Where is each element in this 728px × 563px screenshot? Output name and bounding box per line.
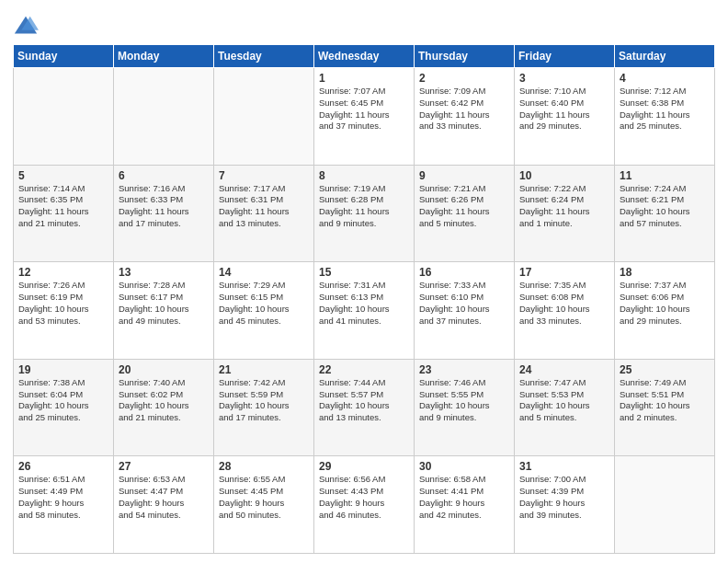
day-number: 31	[519, 460, 609, 473]
day-number: 1	[319, 72, 409, 85]
calendar-day-15: 15Sunrise: 7:31 AM Sunset: 6:13 PM Dayli…	[314, 262, 415, 360]
day-number: 10	[519, 169, 609, 182]
calendar-day-25: 25Sunrise: 7:49 AM Sunset: 5:51 PM Dayli…	[615, 359, 715, 456]
calendar-day-24: 24Sunrise: 7:47 AM Sunset: 5:53 PM Dayli…	[515, 359, 615, 456]
calendar-table: SundayMondayTuesdayWednesdayThursdayFrid…	[13, 44, 715, 554]
col-header-monday: Monday	[114, 45, 214, 68]
day-number: 24	[519, 363, 609, 376]
day-number: 15	[319, 266, 409, 279]
day-info: Sunrise: 7:42 AM Sunset: 5:59 PM Dayligh…	[219, 377, 309, 424]
calendar-day-3: 3Sunrise: 7:10 AM Sunset: 6:40 PM Daylig…	[515, 68, 615, 166]
day-info: Sunrise: 7:22 AM Sunset: 6:24 PM Dayligh…	[519, 183, 609, 230]
col-header-friday: Friday	[515, 45, 615, 68]
day-info: Sunrise: 7:29 AM Sunset: 6:15 PM Dayligh…	[219, 280, 309, 327]
calendar-day-26: 26Sunrise: 6:51 AM Sunset: 4:49 PM Dayli…	[14, 456, 114, 554]
calendar-day-9: 9Sunrise: 7:21 AM Sunset: 6:26 PM Daylig…	[415, 165, 515, 262]
col-header-saturday: Saturday	[615, 45, 715, 68]
day-info: Sunrise: 7:12 AM Sunset: 6:38 PM Dayligh…	[620, 86, 710, 132]
col-header-thursday: Thursday	[415, 45, 515, 68]
day-info: Sunrise: 7:10 AM Sunset: 6:40 PM Dayligh…	[519, 86, 609, 132]
day-number: 18	[620, 266, 710, 279]
day-number: 13	[119, 266, 209, 279]
day-info: Sunrise: 7:24 AM Sunset: 6:21 PM Dayligh…	[620, 183, 710, 230]
day-number: 16	[419, 266, 509, 279]
logo-icon	[13, 13, 39, 39]
calendar-header-row: SundayMondayTuesdayWednesdayThursdayFrid…	[14, 45, 715, 68]
calendar-day-2: 2Sunrise: 7:09 AM Sunset: 6:42 PM Daylig…	[415, 68, 515, 166]
calendar-day-8: 8Sunrise: 7:19 AM Sunset: 6:28 PM Daylig…	[314, 165, 415, 262]
calendar-day-21: 21Sunrise: 7:42 AM Sunset: 5:59 PM Dayli…	[214, 359, 314, 456]
day-number: 25	[620, 363, 710, 376]
day-number: 14	[219, 266, 309, 279]
calendar-week-row: 5Sunrise: 7:14 AM Sunset: 6:35 PM Daylig…	[14, 165, 715, 262]
logo	[13, 13, 42, 39]
calendar-empty-cell	[114, 68, 214, 166]
calendar-day-7: 7Sunrise: 7:17 AM Sunset: 6:31 PM Daylig…	[214, 165, 314, 262]
col-header-wednesday: Wednesday	[314, 45, 415, 68]
calendar-day-10: 10Sunrise: 7:22 AM Sunset: 6:24 PM Dayli…	[515, 165, 615, 262]
calendar-day-16: 16Sunrise: 7:33 AM Sunset: 6:10 PM Dayli…	[415, 262, 515, 360]
calendar-day-6: 6Sunrise: 7:16 AM Sunset: 6:33 PM Daylig…	[114, 165, 214, 262]
calendar-day-17: 17Sunrise: 7:35 AM Sunset: 6:08 PM Dayli…	[515, 262, 615, 360]
day-number: 30	[419, 460, 509, 473]
day-number: 23	[419, 363, 509, 376]
day-number: 4	[620, 72, 710, 85]
day-info: Sunrise: 6:55 AM Sunset: 4:45 PM Dayligh…	[219, 474, 309, 521]
calendar-day-11: 11Sunrise: 7:24 AM Sunset: 6:21 PM Dayli…	[615, 165, 715, 262]
calendar-day-20: 20Sunrise: 7:40 AM Sunset: 6:02 PM Dayli…	[114, 359, 214, 456]
calendar-day-1: 1Sunrise: 7:07 AM Sunset: 6:45 PM Daylig…	[314, 68, 415, 166]
day-number: 20	[119, 363, 209, 376]
day-info: Sunrise: 7:47 AM Sunset: 5:53 PM Dayligh…	[519, 377, 609, 424]
day-number: 7	[219, 169, 309, 182]
day-number: 12	[18, 266, 108, 279]
day-info: Sunrise: 7:07 AM Sunset: 6:45 PM Dayligh…	[319, 86, 409, 132]
day-number: 8	[319, 169, 409, 182]
calendar-empty-cell	[14, 68, 114, 166]
day-info: Sunrise: 6:58 AM Sunset: 4:41 PM Dayligh…	[419, 474, 509, 521]
day-number: 22	[319, 363, 409, 376]
day-number: 26	[18, 460, 108, 473]
day-info: Sunrise: 7:33 AM Sunset: 6:10 PM Dayligh…	[419, 280, 509, 327]
calendar-day-13: 13Sunrise: 7:28 AM Sunset: 6:17 PM Dayli…	[114, 262, 214, 360]
calendar-day-29: 29Sunrise: 6:56 AM Sunset: 4:43 PM Dayli…	[314, 456, 415, 554]
day-info: Sunrise: 7:26 AM Sunset: 6:19 PM Dayligh…	[18, 280, 108, 327]
day-number: 11	[620, 169, 710, 182]
calendar-empty-cell	[214, 68, 314, 166]
day-info: Sunrise: 7:21 AM Sunset: 6:26 PM Dayligh…	[419, 183, 509, 230]
day-info: Sunrise: 7:44 AM Sunset: 5:57 PM Dayligh…	[319, 377, 409, 424]
day-number: 29	[319, 460, 409, 473]
day-info: Sunrise: 6:51 AM Sunset: 4:49 PM Dayligh…	[18, 474, 108, 521]
day-number: 5	[18, 169, 108, 182]
day-number: 9	[419, 169, 509, 182]
day-info: Sunrise: 7:00 AM Sunset: 4:39 PM Dayligh…	[519, 474, 609, 521]
day-number: 28	[219, 460, 309, 473]
day-info: Sunrise: 6:56 AM Sunset: 4:43 PM Dayligh…	[319, 474, 409, 521]
day-info: Sunrise: 7:49 AM Sunset: 5:51 PM Dayligh…	[620, 377, 710, 424]
calendar-day-5: 5Sunrise: 7:14 AM Sunset: 6:35 PM Daylig…	[14, 165, 114, 262]
calendar-day-12: 12Sunrise: 7:26 AM Sunset: 6:19 PM Dayli…	[14, 262, 114, 360]
day-info: Sunrise: 7:40 AM Sunset: 6:02 PM Dayligh…	[119, 377, 209, 424]
day-number: 3	[519, 72, 609, 85]
day-info: Sunrise: 7:17 AM Sunset: 6:31 PM Dayligh…	[219, 183, 309, 230]
col-header-sunday: Sunday	[14, 45, 114, 68]
day-info: Sunrise: 7:16 AM Sunset: 6:33 PM Dayligh…	[119, 183, 209, 230]
day-info: Sunrise: 7:38 AM Sunset: 6:04 PM Dayligh…	[18, 377, 108, 424]
day-info: Sunrise: 7:09 AM Sunset: 6:42 PM Dayligh…	[419, 86, 509, 132]
calendar-day-28: 28Sunrise: 6:55 AM Sunset: 4:45 PM Dayli…	[214, 456, 314, 554]
col-header-tuesday: Tuesday	[214, 45, 314, 68]
day-info: Sunrise: 7:14 AM Sunset: 6:35 PM Dayligh…	[18, 183, 108, 230]
calendar-day-30: 30Sunrise: 6:58 AM Sunset: 4:41 PM Dayli…	[415, 456, 515, 554]
day-number: 2	[419, 72, 509, 85]
day-info: Sunrise: 7:28 AM Sunset: 6:17 PM Dayligh…	[119, 280, 209, 327]
day-number: 27	[119, 460, 209, 473]
calendar-day-31: 31Sunrise: 7:00 AM Sunset: 4:39 PM Dayli…	[515, 456, 615, 554]
calendar-week-row: 12Sunrise: 7:26 AM Sunset: 6:19 PM Dayli…	[14, 262, 715, 360]
day-number: 17	[519, 266, 609, 279]
header	[13, 9, 715, 39]
day-info: Sunrise: 7:46 AM Sunset: 5:55 PM Dayligh…	[419, 377, 509, 424]
day-info: Sunrise: 7:37 AM Sunset: 6:06 PM Dayligh…	[620, 280, 710, 327]
calendar-week-row: 26Sunrise: 6:51 AM Sunset: 4:49 PM Dayli…	[14, 456, 715, 554]
calendar-day-14: 14Sunrise: 7:29 AM Sunset: 6:15 PM Dayli…	[214, 262, 314, 360]
calendar-day-4: 4Sunrise: 7:12 AM Sunset: 6:38 PM Daylig…	[615, 68, 715, 166]
calendar-week-row: 1Sunrise: 7:07 AM Sunset: 6:45 PM Daylig…	[14, 68, 715, 166]
